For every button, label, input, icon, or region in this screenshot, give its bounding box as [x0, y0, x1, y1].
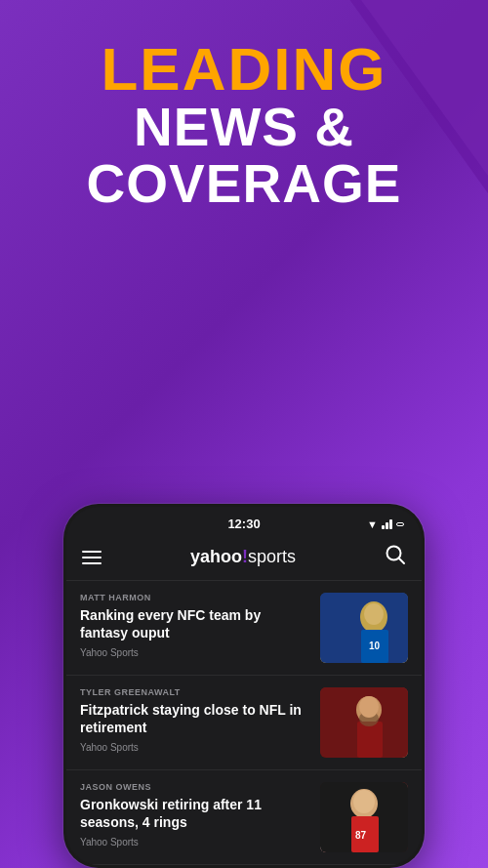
menu-line-2	[82, 557, 102, 558]
wifi-icon: ▼	[367, 518, 378, 530]
phone-screen: 12:30 ▼	[66, 507, 422, 865]
signal-bar-3	[389, 519, 392, 529]
headline-line2: NEWS &	[20, 100, 468, 156]
menu-line-3	[82, 562, 102, 564]
svg-line-1	[398, 558, 404, 564]
signal-bars-icon	[382, 518, 392, 529]
news-item-2-author: TYLER GREENAWALT	[80, 687, 310, 697]
news-item-2-source: Yahoo Sports	[80, 742, 310, 753]
news-feed: MATT HARMON Ranking every NFC team by fa…	[66, 581, 422, 865]
logo-yahoo-text: yahoo	[190, 547, 242, 567]
search-button[interactable]	[385, 544, 406, 570]
news-item-1-text: MATT HARMON Ranking every NFC team by fa…	[80, 593, 310, 658]
phone-frame: 12:30 ▼	[63, 504, 425, 868]
news-item-3-headline: Gronkowski retiring after 11 seasons, 4 …	[80, 796, 310, 831]
menu-line-1	[82, 551, 102, 553]
news-item-2-thumbnail	[320, 687, 408, 758]
svg-point-11	[359, 696, 379, 718]
status-bar-right: ▼	[365, 518, 404, 530]
news-item-2[interactable]: TYLER GREENAWALT Fitzpatrick staying clo…	[66, 676, 422, 770]
news-item-2-text: TYLER GREENAWALT Fitzpatrick staying clo…	[80, 687, 310, 753]
news-item-1-headline: Ranking every NFC team by fantasy ouput	[80, 606, 310, 641]
news-item-1[interactable]: MATT HARMON Ranking every NFC team by fa…	[66, 581, 422, 676]
news-item-3-text: JASON OWENS Gronkowski retiring after 11…	[80, 782, 310, 847]
svg-text:87: 87	[355, 830, 367, 841]
svg-point-6	[364, 603, 384, 625]
news-item-1-author: MATT HARMON	[80, 593, 310, 602]
hamburger-menu-button[interactable]	[82, 551, 102, 564]
headline-line1: LEADING	[20, 39, 468, 100]
svg-rect-9	[357, 722, 383, 758]
status-time: 12:30	[227, 517, 260, 531]
svg-point-16	[353, 790, 375, 813]
logo-sports-text: sports	[248, 547, 296, 567]
news-item-3-image: 87	[320, 782, 408, 852]
news-item-3-source: Yahoo Sports	[80, 837, 310, 847]
headline-line3: COVERAGE	[20, 156, 468, 213]
app-header: yahoo!sports	[66, 536, 422, 581]
signal-bar-2	[386, 522, 388, 529]
news-item-3-thumbnail: 87	[320, 782, 408, 852]
news-item-1-source: Yahoo Sports	[80, 647, 310, 658]
news-item-1-image: 10	[320, 593, 408, 663]
phone-mockup: 12:30 ▼	[63, 504, 425, 868]
news-item-2-headline: Fitzpatrick staying close to NFL in reti…	[80, 701, 310, 736]
svg-text:10: 10	[369, 641, 381, 651]
news-item-3-author: JASON OWENS	[80, 782, 310, 792]
battery-icon	[396, 522, 404, 526]
headline-section: LEADING NEWS & COVERAGE	[0, 0, 488, 232]
signal-bar-1	[382, 525, 385, 529]
app-logo: yahoo!sports	[190, 547, 296, 567]
news-item-1-thumbnail: 10	[320, 593, 408, 663]
news-item-3[interactable]: JASON OWENS Gronkowski retiring after 11…	[66, 770, 422, 865]
news-item-2-image	[320, 687, 408, 758]
status-bar: 12:30 ▼	[66, 507, 422, 536]
